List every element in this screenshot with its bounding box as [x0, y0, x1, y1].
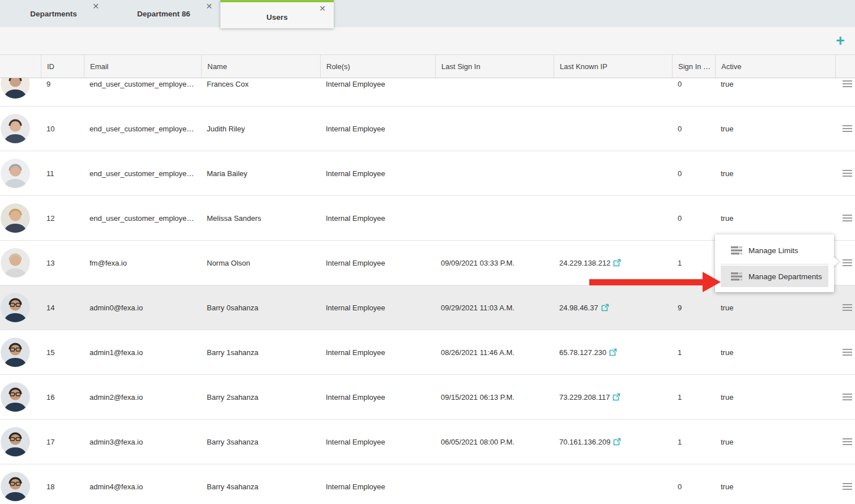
cell-active: true: [715, 304, 835, 312]
tab-departments[interactable]: Departments ✕: [0, 0, 107, 27]
external-link-icon[interactable]: [613, 259, 621, 267]
menu-divider: [721, 264, 828, 264]
cell-sign-in-count: 1: [672, 259, 715, 267]
column-header-avatar: [0, 55, 41, 78]
cell-last-known-ip: 73.229.208.117: [559, 393, 610, 402]
tab-users-label: Users: [220, 13, 334, 22]
user-avatar: [1, 114, 30, 143]
manage-bars-icon: [731, 272, 742, 281]
add-user-button[interactable]: +: [836, 33, 845, 49]
cell-name: Barry 3sahanza: [201, 438, 320, 446]
cell-sign-in-count: 0: [672, 80, 715, 88]
cell-id: 9: [41, 80, 84, 88]
row-actions-menu-icon[interactable]: [843, 349, 852, 356]
table-row[interactable]: 10 end_user_customer_employe… Judith Ril…: [0, 106, 855, 151]
row-actions-menu-icon[interactable]: [843, 483, 852, 490]
cell-email: admin2@fexa.io: [84, 393, 201, 402]
cell-last-known-ip: 65.78.127.230: [559, 348, 606, 357]
menu-item-manage-departments[interactable]: Manage Departments: [721, 266, 828, 287]
column-header-name[interactable]: Name: [201, 55, 320, 78]
table-row[interactable]: 17 admin3@fexa.io Barry 3sahanza Interna…: [0, 420, 855, 464]
tab-users[interactable]: Users ✕: [220, 0, 334, 28]
close-icon[interactable]: ✕: [206, 2, 212, 11]
column-header-roles[interactable]: Role(s): [320, 55, 435, 78]
user-avatar: [1, 159, 30, 188]
cell-last-sign-in: 09/09/2021 03:33 P.M.: [435, 259, 554, 267]
cell-last-sign-in: 09/15/2021 06:13 P.M.: [435, 393, 554, 402]
user-avatar: [1, 427, 30, 456]
column-header-email[interactable]: Email: [84, 55, 201, 78]
users-toolbar: +: [0, 27, 855, 54]
row-actions-context-menu: Manage Limits Manage Departments: [715, 234, 834, 292]
cell-active: true: [715, 125, 835, 133]
close-icon[interactable]: ✕: [92, 2, 99, 11]
cell-email: end_user_customer_employe…: [84, 80, 201, 88]
table-row[interactable]: 9 end_user_customer_employe… Frances Cox…: [0, 78, 855, 106]
external-link-icon[interactable]: [601, 304, 609, 311]
external-link-icon[interactable]: [612, 393, 620, 401]
cell-name: Melissa Sanders: [201, 214, 320, 223]
column-header-id[interactable]: ID: [41, 55, 84, 78]
column-header-active[interactable]: Active: [715, 55, 835, 78]
row-actions-menu-icon[interactable]: [843, 80, 852, 87]
cell-roles: Internal Employee: [320, 438, 435, 446]
cell-email: end_user_customer_employe…: [84, 169, 201, 178]
menu-item-label: Manage Departments: [748, 272, 822, 281]
cell-roles: Internal Employee: [320, 304, 435, 312]
tab-department-86[interactable]: Department 86 ✕: [107, 0, 220, 27]
cell-active: true: [715, 482, 835, 491]
table-row[interactable]: 18 admin4@fexa.io Barry 4sahanza Interna…: [0, 464, 855, 504]
column-header-last-known-ip[interactable]: Last Known IP: [554, 55, 672, 78]
cell-id: 15: [41, 348, 84, 357]
cell-email: admin1@fexa.io: [84, 348, 201, 357]
tab-bar: Departments ✕ Department 86 ✕ Users ✕: [0, 0, 855, 27]
menu-item-manage-limits[interactable]: Manage Limits: [721, 238, 828, 263]
row-actions-menu-icon[interactable]: [843, 394, 852, 400]
cell-roles: Internal Employee: [320, 259, 435, 267]
cell-sign-in-count: 9: [672, 304, 715, 312]
cell-roles: Internal Employee: [320, 214, 435, 223]
table-row[interactable]: 11 end_user_customer_employe… Maria Bail…: [0, 151, 855, 196]
cell-email: end_user_customer_employe…: [84, 125, 201, 133]
row-actions-menu-icon[interactable]: [843, 215, 852, 221]
cell-last-sign-in: 09/29/2021 11:03 A.M.: [435, 304, 554, 312]
cell-sign-in-count: 0: [672, 125, 715, 133]
cell-name: Frances Cox: [201, 80, 320, 88]
cell-roles: Internal Employee: [320, 348, 435, 357]
user-avatar: [1, 382, 30, 412]
row-actions-menu-icon[interactable]: [843, 438, 852, 445]
cell-sign-in-count: 1: [672, 348, 715, 357]
cell-id: 18: [41, 482, 84, 491]
cell-email: end_user_customer_employe…: [84, 214, 201, 223]
close-icon[interactable]: ✕: [319, 4, 326, 13]
table-row[interactable]: 15 admin1@fexa.io Barry 1sahanza Interna…: [0, 330, 855, 375]
cell-sign-in-count: 0: [672, 214, 715, 223]
cell-id: 17: [41, 438, 84, 446]
row-actions-menu-icon[interactable]: [843, 170, 852, 177]
cell-sign-in-count: 0: [672, 169, 715, 178]
cell-id: 10: [41, 125, 84, 133]
menu-item-label: Manage Limits: [748, 246, 798, 255]
table-row[interactable]: 16 admin2@fexa.io Barry 2sahanza Interna…: [0, 375, 855, 420]
row-actions-menu-icon[interactable]: [843, 259, 852, 266]
cell-last-sign-in: 08/26/2021 11:46 A.M.: [435, 348, 554, 357]
external-link-icon[interactable]: [613, 438, 621, 446]
cell-active: true: [715, 348, 835, 357]
cell-id: 16: [41, 393, 84, 402]
row-actions-menu-icon[interactable]: [843, 304, 852, 311]
cell-email: fm@fexa.io: [84, 259, 201, 267]
column-header-sign-in-count[interactable]: Sign In …: [672, 55, 715, 78]
cell-email: admin3@fexa.io: [84, 438, 201, 446]
cell-name: Barry 1sahanza: [201, 348, 320, 357]
tab-departments-label: Departments: [0, 10, 107, 18]
cell-sign-in-count: 0: [672, 482, 715, 491]
row-actions-menu-icon[interactable]: [843, 125, 852, 132]
cell-last-known-ip: 24.98.46.37: [559, 304, 598, 312]
cell-last-sign-in: 06/05/2021 08:00 P.M.: [435, 438, 554, 446]
cell-last-known-ip: 70.161.136.209: [559, 438, 610, 446]
user-avatar: [1, 248, 30, 277]
cell-roles: Internal Employee: [320, 80, 435, 88]
column-header-last-sign-in[interactable]: Last Sign In: [435, 55, 554, 78]
external-link-icon[interactable]: [609, 348, 617, 356]
cell-email: admin0@fexa.io: [84, 304, 201, 312]
